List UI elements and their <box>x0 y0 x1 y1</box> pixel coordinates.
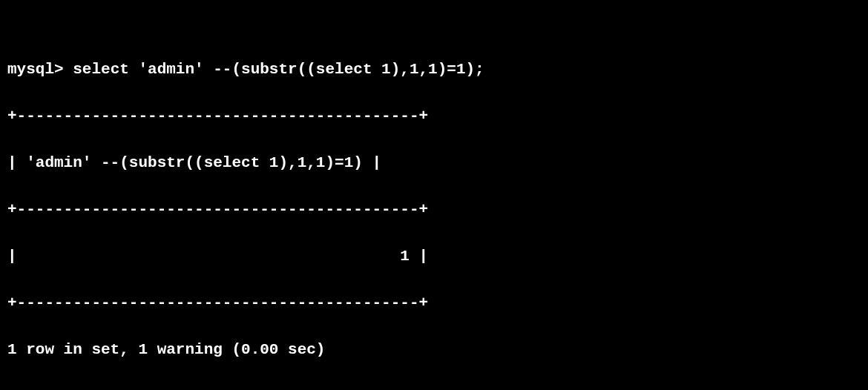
query1-status: 1 row in set, 1 warning (0.00 sec) <box>7 338 868 362</box>
terminal-line-prompt1: mysql> select 'admin' --(substr((select … <box>7 58 868 82</box>
query1-header: | 'admin' --(substr((select 1),1,1)=1) | <box>7 151 868 175</box>
query1-border-mid: +---------------------------------------… <box>7 198 868 222</box>
query1-command: select 'admin' --(substr((select 1),1,1)… <box>73 61 484 78</box>
query1-border-top: +---------------------------------------… <box>7 105 868 128</box>
query1-value-row: | 1 | <box>7 245 868 268</box>
query1-border-bot: +---------------------------------------… <box>7 291 868 315</box>
prompt: mysql> <box>7 61 73 78</box>
blank-line <box>7 385 868 390</box>
